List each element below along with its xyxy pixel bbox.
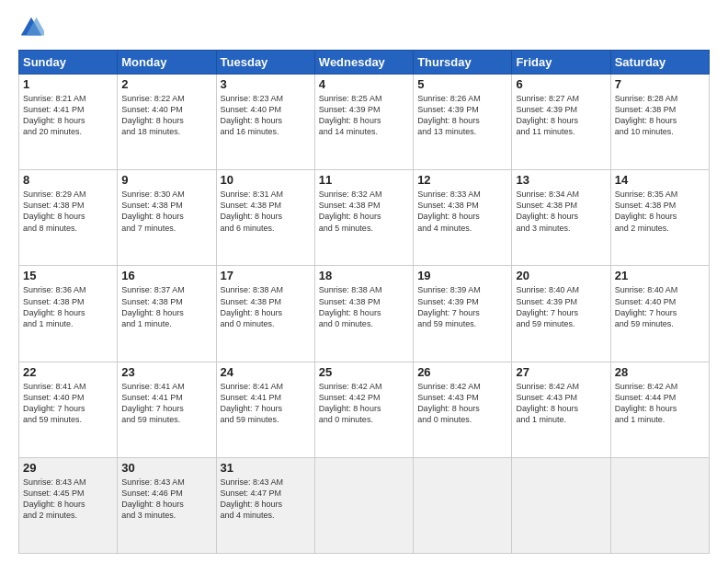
calendar-cell: 30Sunrise: 8:43 AM Sunset: 4:46 PM Dayli… xyxy=(118,457,216,553)
calendar-cell: 9Sunrise: 8:30 AM Sunset: 4:38 PM Daylig… xyxy=(118,170,216,266)
day-number: 24 xyxy=(221,365,311,379)
week-row-5: 29Sunrise: 8:43 AM Sunset: 4:45 PM Dayli… xyxy=(19,457,710,553)
day-info: Sunrise: 8:42 AM Sunset: 4:43 PM Dayligh… xyxy=(516,381,606,426)
calendar-cell: 27Sunrise: 8:42 AM Sunset: 4:43 PM Dayli… xyxy=(512,362,610,457)
day-number: 21 xyxy=(615,269,705,282)
day-header-saturday: Saturday xyxy=(610,51,709,75)
week-row-2: 8Sunrise: 8:29 AM Sunset: 4:38 PM Daylig… xyxy=(19,170,710,266)
calendar-cell: 1Sunrise: 8:21 AM Sunset: 4:41 PM Daylig… xyxy=(19,75,118,170)
calendar-cell: 10Sunrise: 8:31 AM Sunset: 4:38 PM Dayli… xyxy=(216,170,314,266)
day-info: Sunrise: 8:30 AM Sunset: 4:38 PM Dayligh… xyxy=(121,189,211,234)
day-number: 30 xyxy=(121,461,211,475)
day-header-thursday: Thursday xyxy=(414,51,512,75)
day-number: 7 xyxy=(615,77,705,91)
calendar-cell: 19Sunrise: 8:39 AM Sunset: 4:39 PM Dayli… xyxy=(414,266,512,362)
day-number: 29 xyxy=(23,461,113,475)
day-info: Sunrise: 8:34 AM Sunset: 4:38 PM Dayligh… xyxy=(516,189,606,234)
calendar-cell: 17Sunrise: 8:38 AM Sunset: 4:38 PM Dayli… xyxy=(216,266,314,362)
day-info: Sunrise: 8:26 AM Sunset: 4:39 PM Dayligh… xyxy=(417,93,507,138)
day-header-wednesday: Wednesday xyxy=(314,51,413,75)
day-info: Sunrise: 8:38 AM Sunset: 4:38 PM Dayligh… xyxy=(319,284,409,329)
day-info: Sunrise: 8:42 AM Sunset: 4:43 PM Dayligh… xyxy=(417,381,507,426)
day-info: Sunrise: 8:42 AM Sunset: 4:42 PM Dayligh… xyxy=(319,381,409,426)
day-number: 6 xyxy=(516,77,606,91)
calendar-cell: 6Sunrise: 8:27 AM Sunset: 4:39 PM Daylig… xyxy=(512,75,610,170)
calendar-cell: 3Sunrise: 8:23 AM Sunset: 4:40 PM Daylig… xyxy=(216,75,314,170)
calendar-cell: 29Sunrise: 8:43 AM Sunset: 4:45 PM Dayli… xyxy=(19,457,118,553)
day-number: 12 xyxy=(417,173,507,187)
day-number: 15 xyxy=(23,269,113,282)
calendar-cell: 21Sunrise: 8:40 AM Sunset: 4:40 PM Dayli… xyxy=(610,266,709,362)
calendar-cell: 24Sunrise: 8:41 AM Sunset: 4:41 PM Dayli… xyxy=(216,362,314,457)
calendar-cell: 31Sunrise: 8:43 AM Sunset: 4:47 PM Dayli… xyxy=(216,457,314,553)
logo-icon xyxy=(18,15,44,40)
header xyxy=(18,15,710,40)
day-info: Sunrise: 8:28 AM Sunset: 4:38 PM Dayligh… xyxy=(615,93,705,138)
week-row-3: 15Sunrise: 8:36 AM Sunset: 4:38 PM Dayli… xyxy=(19,266,710,362)
day-number: 27 xyxy=(516,365,606,379)
day-info: Sunrise: 8:29 AM Sunset: 4:38 PM Dayligh… xyxy=(23,189,113,234)
day-number: 5 xyxy=(417,77,507,91)
day-info: Sunrise: 8:40 AM Sunset: 4:40 PM Dayligh… xyxy=(615,284,705,329)
day-number: 19 xyxy=(417,269,507,282)
page: SundayMondayTuesdayWednesdayThursdayFrid… xyxy=(0,0,728,563)
calendar-cell: 5Sunrise: 8:26 AM Sunset: 4:39 PM Daylig… xyxy=(414,75,512,170)
week-row-4: 22Sunrise: 8:41 AM Sunset: 4:40 PM Dayli… xyxy=(19,362,710,457)
day-info: Sunrise: 8:43 AM Sunset: 4:45 PM Dayligh… xyxy=(23,477,113,522)
logo xyxy=(18,15,48,40)
day-number: 31 xyxy=(221,461,311,475)
day-number: 1 xyxy=(23,77,113,91)
week-row-1: 1Sunrise: 8:21 AM Sunset: 4:41 PM Daylig… xyxy=(19,75,710,170)
day-info: Sunrise: 8:35 AM Sunset: 4:38 PM Dayligh… xyxy=(615,189,705,234)
day-info: Sunrise: 8:31 AM Sunset: 4:38 PM Dayligh… xyxy=(221,189,311,234)
day-number: 16 xyxy=(121,269,211,282)
calendar-cell xyxy=(414,457,512,553)
day-number: 9 xyxy=(121,173,211,187)
day-info: Sunrise: 8:38 AM Sunset: 4:38 PM Dayligh… xyxy=(221,284,311,329)
calendar-cell: 18Sunrise: 8:38 AM Sunset: 4:38 PM Dayli… xyxy=(314,266,413,362)
day-info: Sunrise: 8:39 AM Sunset: 4:39 PM Dayligh… xyxy=(417,284,507,329)
day-info: Sunrise: 8:36 AM Sunset: 4:38 PM Dayligh… xyxy=(23,284,113,329)
calendar-cell: 22Sunrise: 8:41 AM Sunset: 4:40 PM Dayli… xyxy=(19,362,118,457)
day-number: 4 xyxy=(319,77,409,91)
calendar-cell: 13Sunrise: 8:34 AM Sunset: 4:38 PM Dayli… xyxy=(512,170,610,266)
day-info: Sunrise: 8:25 AM Sunset: 4:39 PM Dayligh… xyxy=(319,93,409,138)
calendar-cell: 28Sunrise: 8:42 AM Sunset: 4:44 PM Dayli… xyxy=(610,362,709,457)
day-number: 20 xyxy=(516,269,606,282)
days-header-row: SundayMondayTuesdayWednesdayThursdayFrid… xyxy=(19,51,710,75)
calendar-table: SundayMondayTuesdayWednesdayThursdayFrid… xyxy=(18,50,710,554)
calendar-cell: 25Sunrise: 8:42 AM Sunset: 4:42 PM Dayli… xyxy=(314,362,413,457)
calendar-cell: 11Sunrise: 8:32 AM Sunset: 4:38 PM Dayli… xyxy=(314,170,413,266)
calendar-cell: 8Sunrise: 8:29 AM Sunset: 4:38 PM Daylig… xyxy=(19,170,118,266)
day-info: Sunrise: 8:23 AM Sunset: 4:40 PM Dayligh… xyxy=(221,93,311,138)
day-number: 13 xyxy=(516,173,606,187)
day-info: Sunrise: 8:40 AM Sunset: 4:39 PM Dayligh… xyxy=(516,284,606,329)
day-info: Sunrise: 8:21 AM Sunset: 4:41 PM Dayligh… xyxy=(23,93,113,138)
calendar-cell: 23Sunrise: 8:41 AM Sunset: 4:41 PM Dayli… xyxy=(118,362,216,457)
day-info: Sunrise: 8:43 AM Sunset: 4:46 PM Dayligh… xyxy=(121,477,211,522)
day-info: Sunrise: 8:42 AM Sunset: 4:44 PM Dayligh… xyxy=(615,381,705,426)
day-info: Sunrise: 8:33 AM Sunset: 4:38 PM Dayligh… xyxy=(417,189,507,234)
day-info: Sunrise: 8:27 AM Sunset: 4:39 PM Dayligh… xyxy=(516,93,606,138)
day-number: 23 xyxy=(121,365,211,379)
day-number: 3 xyxy=(221,77,311,91)
day-info: Sunrise: 8:37 AM Sunset: 4:38 PM Dayligh… xyxy=(121,284,211,329)
calendar-cell xyxy=(512,457,610,553)
calendar-cell: 14Sunrise: 8:35 AM Sunset: 4:38 PM Dayli… xyxy=(610,170,709,266)
day-number: 2 xyxy=(121,77,211,91)
calendar-cell: 26Sunrise: 8:42 AM Sunset: 4:43 PM Dayli… xyxy=(414,362,512,457)
day-number: 22 xyxy=(23,365,113,379)
day-number: 11 xyxy=(319,173,409,187)
day-info: Sunrise: 8:41 AM Sunset: 4:41 PM Dayligh… xyxy=(121,381,211,426)
calendar-cell: 12Sunrise: 8:33 AM Sunset: 4:38 PM Dayli… xyxy=(414,170,512,266)
day-number: 25 xyxy=(319,365,409,379)
day-number: 26 xyxy=(417,365,507,379)
day-number: 17 xyxy=(221,269,311,282)
day-info: Sunrise: 8:43 AM Sunset: 4:47 PM Dayligh… xyxy=(221,477,311,522)
day-info: Sunrise: 8:41 AM Sunset: 4:41 PM Dayligh… xyxy=(221,381,311,426)
day-number: 10 xyxy=(221,173,311,187)
day-number: 18 xyxy=(319,269,409,282)
day-number: 28 xyxy=(615,365,705,379)
day-number: 14 xyxy=(615,173,705,187)
calendar-cell: 2Sunrise: 8:22 AM Sunset: 4:40 PM Daylig… xyxy=(118,75,216,170)
